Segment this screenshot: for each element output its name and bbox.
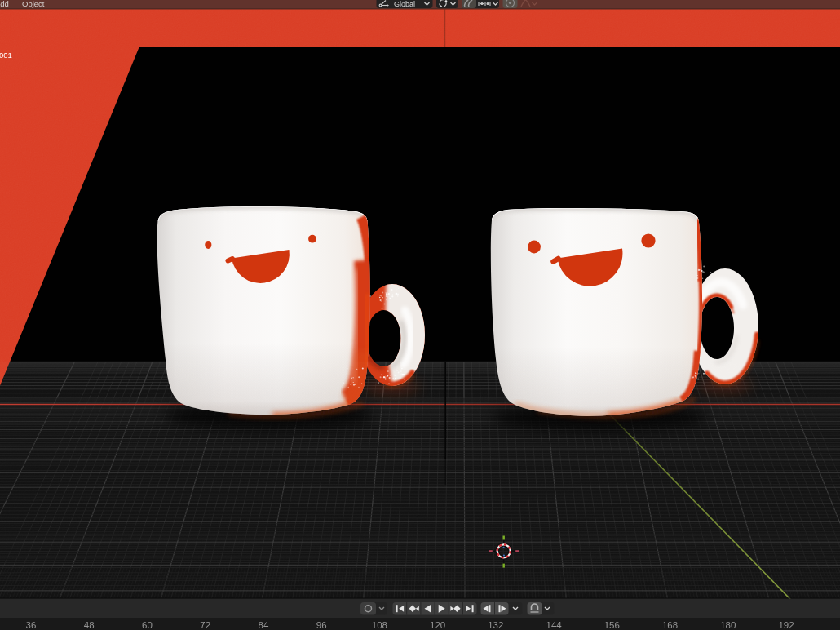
svg-text:36: 36 bbox=[26, 620, 37, 630]
svg-text:Object: Object bbox=[22, 0, 45, 8]
svg-text:48: 48 bbox=[84, 620, 95, 630]
svg-text:Global: Global bbox=[394, 0, 415, 8]
svg-text:72: 72 bbox=[200, 620, 210, 630]
svg-text:180: 180 bbox=[720, 620, 736, 630]
svg-text:001: 001 bbox=[0, 51, 12, 60]
svg-text:96: 96 bbox=[316, 620, 327, 630]
svg-text:132: 132 bbox=[488, 620, 503, 630]
svg-text:192: 192 bbox=[778, 620, 794, 630]
svg-text:168: 168 bbox=[662, 620, 678, 630]
svg-text:108: 108 bbox=[372, 620, 387, 630]
svg-text:60: 60 bbox=[142, 620, 153, 630]
svg-text:144: 144 bbox=[546, 620, 563, 630]
svg-text:Add: Add bbox=[0, 0, 9, 8]
svg-text:156: 156 bbox=[604, 620, 620, 630]
svg-text:84: 84 bbox=[259, 620, 269, 630]
svg-text:120: 120 bbox=[430, 620, 445, 630]
